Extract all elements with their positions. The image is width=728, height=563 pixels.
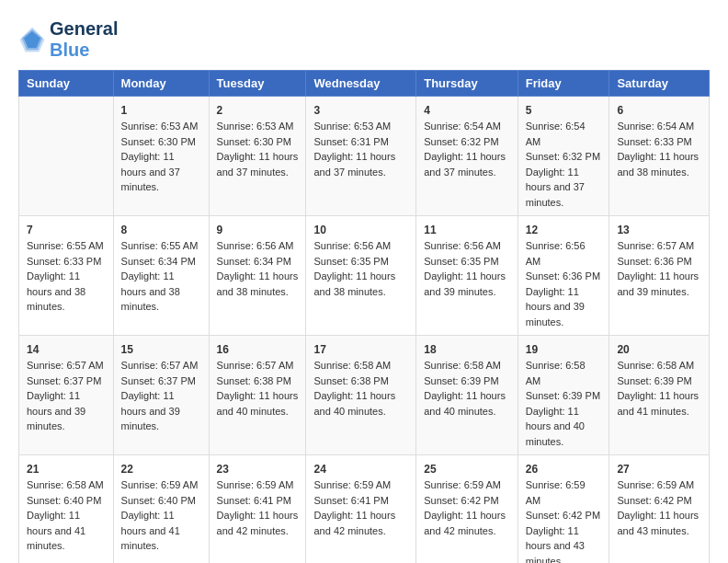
day-cell: 6 Sunrise: 6:54 AM Sunset: 6:33 PM Dayli…: [609, 97, 710, 216]
sunset: Sunset: 6:35 PM: [424, 254, 509, 270]
daylight: Daylight: 11 hours and 38 minutes.: [27, 269, 106, 315]
day-number: 27: [617, 461, 701, 477]
week-row-1: 1 Sunrise: 6:53 AM Sunset: 6:30 PM Dayli…: [19, 97, 710, 216]
day-cell: 18 Sunrise: 6:58 AM Sunset: 6:39 PM Dayl…: [416, 336, 518, 455]
daylight: Daylight: 11 hours and 39 minutes.: [121, 388, 201, 434]
day-cell: 2 Sunrise: 6:53 AM Sunset: 6:30 PM Dayli…: [209, 97, 306, 216]
page-header: General Blue: [18, 18, 710, 61]
sunrise: Sunrise: 6:57 AM: [121, 358, 201, 373]
sunset: Sunset: 6:42 PM: [526, 508, 602, 523]
sunset: Sunset: 6:39 PM: [617, 373, 701, 389]
day-cell: 17 Sunrise: 6:58 AM Sunset: 6:38 PM Dayl…: [306, 336, 416, 455]
daylight: Daylight: 11 hours and 42 minutes.: [217, 508, 299, 538]
daylight: Daylight: 11 hours and 38 minutes.: [121, 269, 201, 315]
daylight: Daylight: 11 hours and 41 minutes.: [27, 508, 106, 554]
day-number: 1: [121, 102, 201, 119]
day-cell: 3 Sunrise: 6:53 AM Sunset: 6:31 PM Dayli…: [306, 97, 416, 216]
sunset: Sunset: 6:40 PM: [27, 493, 106, 509]
day-cell: 26 Sunrise: 6:59 AM Sunset: 6:42 PM Dayl…: [518, 455, 609, 564]
day-cell: 21 Sunrise: 6:58 AM Sunset: 6:40 PM Dayl…: [19, 455, 114, 564]
sunset: Sunset: 6:38 PM: [313, 373, 408, 389]
header-tuesday: Tuesday: [209, 71, 306, 97]
sunset: Sunset: 6:38 PM: [217, 373, 299, 389]
day-number: 16: [217, 341, 299, 358]
sunset: Sunset: 6:33 PM: [27, 254, 106, 270]
daylight: Daylight: 11 hours and 38 minutes.: [313, 269, 408, 299]
day-number: 11: [424, 222, 509, 238]
logo: General Blue: [18, 18, 118, 61]
day-cell: 25 Sunrise: 6:59 AM Sunset: 6:42 PM Dayl…: [416, 455, 518, 564]
sunset: Sunset: 6:30 PM: [121, 134, 201, 150]
sunrise: Sunrise: 6:53 AM: [217, 119, 299, 134]
calendar-header-row: SundayMondayTuesdayWednesdayThursdayFrid…: [19, 71, 710, 97]
day-cell: 20 Sunrise: 6:58 AM Sunset: 6:39 PM Dayl…: [609, 336, 710, 455]
sunrise: Sunrise: 6:53 AM: [121, 119, 201, 134]
day-number: 10: [313, 222, 408, 238]
daylight: Daylight: 11 hours and 43 minutes.: [617, 508, 701, 538]
day-number: 23: [217, 461, 299, 477]
sunset: Sunset: 6:35 PM: [313, 254, 408, 270]
daylight: Daylight: 11 hours and 40 minutes.: [424, 388, 509, 419]
day-cell: 12 Sunrise: 6:56 AM Sunset: 6:36 PM Dayl…: [518, 216, 609, 336]
sunrise: Sunrise: 6:54 AM: [424, 119, 509, 134]
sunset: Sunset: 6:41 PM: [217, 493, 299, 509]
sunset: Sunset: 6:36 PM: [617, 254, 701, 270]
calendar-table: SundayMondayTuesdayWednesdayThursdayFrid…: [18, 70, 710, 563]
daylight: Daylight: 11 hours and 39 minutes.: [27, 388, 106, 434]
sunrise: Sunrise: 6:53 AM: [313, 119, 408, 134]
day-cell: 1 Sunrise: 6:53 AM Sunset: 6:30 PM Dayli…: [113, 97, 209, 216]
sunset: Sunset: 6:39 PM: [526, 388, 602, 404]
day-cell: 11 Sunrise: 6:56 AM Sunset: 6:35 PM Dayl…: [416, 216, 518, 336]
sunrise: Sunrise: 6:57 AM: [27, 358, 106, 373]
sunrise: Sunrise: 6:59 AM: [217, 477, 299, 493]
day-number: 19: [526, 341, 602, 358]
day-cell: 10 Sunrise: 6:56 AM Sunset: 6:35 PM Dayl…: [306, 216, 416, 336]
sunrise: Sunrise: 6:54 AM: [617, 119, 701, 134]
sunset: Sunset: 6:37 PM: [27, 373, 106, 389]
day-number: 13: [617, 222, 701, 238]
sunset: Sunset: 6:39 PM: [424, 373, 509, 389]
sunrise: Sunrise: 6:59 AM: [424, 477, 509, 493]
day-cell: 24 Sunrise: 6:59 AM Sunset: 6:41 PM Dayl…: [306, 455, 416, 564]
week-row-2: 7 Sunrise: 6:55 AM Sunset: 6:33 PM Dayli…: [19, 216, 710, 336]
sunrise: Sunrise: 6:57 AM: [217, 358, 299, 373]
day-cell: 16 Sunrise: 6:57 AM Sunset: 6:38 PM Dayl…: [209, 336, 306, 455]
logo-text: General Blue: [50, 18, 118, 61]
sunset: Sunset: 6:37 PM: [121, 373, 201, 389]
header-sunday: Sunday: [19, 71, 114, 97]
sunrise: Sunrise: 6:58 AM: [617, 358, 701, 373]
sunrise: Sunrise: 6:56 AM: [313, 238, 408, 254]
sunrise: Sunrise: 6:56 AM: [526, 238, 602, 269]
sunset: Sunset: 6:34 PM: [121, 254, 201, 270]
sunrise: Sunrise: 6:59 AM: [313, 477, 408, 493]
header-thursday: Thursday: [416, 71, 518, 97]
day-number: 26: [526, 461, 602, 477]
sunset: Sunset: 6:42 PM: [617, 493, 701, 509]
daylight: Daylight: 11 hours and 39 minutes.: [617, 269, 701, 299]
sunset: Sunset: 6:32 PM: [424, 134, 509, 150]
daylight: Daylight: 11 hours and 37 minutes.: [424, 149, 509, 179]
day-cell: 8 Sunrise: 6:55 AM Sunset: 6:34 PM Dayli…: [113, 216, 209, 336]
daylight: Daylight: 11 hours and 37 minutes.: [217, 149, 299, 179]
sunset: Sunset: 6:30 PM: [217, 134, 299, 150]
daylight: Daylight: 11 hours and 42 minutes.: [313, 508, 408, 538]
daylight: Daylight: 11 hours and 42 minutes.: [424, 508, 509, 538]
day-cell: 15 Sunrise: 6:57 AM Sunset: 6:37 PM Dayl…: [113, 336, 209, 455]
sunrise: Sunrise: 6:56 AM: [424, 238, 509, 254]
header-saturday: Saturday: [609, 71, 710, 97]
day-cell: 7 Sunrise: 6:55 AM Sunset: 6:33 PM Dayli…: [19, 216, 114, 336]
day-cell: 4 Sunrise: 6:54 AM Sunset: 6:32 PM Dayli…: [416, 97, 518, 216]
header-wednesday: Wednesday: [306, 71, 416, 97]
daylight: Daylight: 11 hours and 38 minutes.: [617, 149, 701, 179]
sunset: Sunset: 6:31 PM: [313, 134, 408, 150]
sunrise: Sunrise: 6:55 AM: [121, 238, 201, 254]
daylight: Daylight: 11 hours and 40 minutes.: [526, 404, 602, 450]
sunset: Sunset: 6:32 PM: [526, 149, 602, 165]
day-number: 15: [121, 341, 201, 358]
day-number: 7: [27, 222, 106, 238]
daylight: Daylight: 11 hours and 43 minutes.: [526, 523, 602, 564]
day-number: 4: [424, 102, 509, 119]
day-number: 18: [424, 341, 509, 358]
day-number: 8: [121, 222, 201, 238]
day-number: 24: [313, 461, 408, 477]
